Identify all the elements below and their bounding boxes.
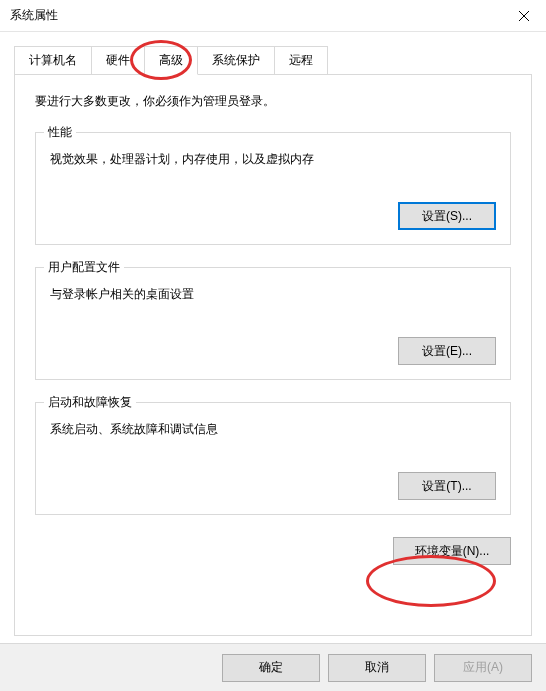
group-performance-desc: 视觉效果，处理器计划，内存使用，以及虚拟内存 <box>50 151 496 168</box>
group-profiles: 用户配置文件 与登录帐户相关的桌面设置 设置(E)... <box>35 267 511 380</box>
close-button[interactable] <box>501 0 546 32</box>
tab-strip: 计算机名 硬件 高级 系统保护 远程 <box>14 46 532 74</box>
dialog-body: 计算机名 硬件 高级 系统保护 远程 要进行大多数更改，你必须作为管理员登录。 … <box>0 32 546 636</box>
tab-advanced[interactable]: 高级 <box>144 46 198 75</box>
window-title: 系统属性 <box>10 7 58 24</box>
group-startup-buttons: 设置(T)... <box>50 472 496 500</box>
tab-hardware[interactable]: 硬件 <box>91 46 145 74</box>
performance-settings-button[interactable]: 设置(S)... <box>398 202 496 230</box>
env-vars-row: 环境变量(N)... <box>35 537 511 565</box>
startup-settings-button[interactable]: 设置(T)... <box>398 472 496 500</box>
ok-button[interactable]: 确定 <box>222 654 320 682</box>
tab-computer-name[interactable]: 计算机名 <box>14 46 92 74</box>
advanced-panel: 要进行大多数更改，你必须作为管理员登录。 性能 视觉效果，处理器计划，内存使用，… <box>14 74 532 636</box>
profiles-settings-button[interactable]: 设置(E)... <box>398 337 496 365</box>
group-profiles-buttons: 设置(E)... <box>50 337 496 365</box>
tab-system-protection[interactable]: 系统保护 <box>197 46 275 74</box>
group-performance-buttons: 设置(S)... <box>50 202 496 230</box>
group-profiles-title: 用户配置文件 <box>44 259 124 276</box>
intro-text: 要进行大多数更改，你必须作为管理员登录。 <box>35 93 511 110</box>
group-profiles-desc: 与登录帐户相关的桌面设置 <box>50 286 496 303</box>
group-startup-desc: 系统启动、系统故障和调试信息 <box>50 421 496 438</box>
cancel-button[interactable]: 取消 <box>328 654 426 682</box>
group-startup-title: 启动和故障恢复 <box>44 394 136 411</box>
group-performance-title: 性能 <box>44 124 76 141</box>
group-performance: 性能 视觉效果，处理器计划，内存使用，以及虚拟内存 设置(S)... <box>35 132 511 245</box>
group-startup: 启动和故障恢复 系统启动、系统故障和调试信息 设置(T)... <box>35 402 511 515</box>
titlebar: 系统属性 <box>0 0 546 32</box>
environment-variables-button[interactable]: 环境变量(N)... <box>393 537 511 565</box>
apply-button[interactable]: 应用(A) <box>434 654 532 682</box>
dialog-button-bar: 确定 取消 应用(A) <box>0 643 546 691</box>
tab-remote[interactable]: 远程 <box>274 46 328 74</box>
close-icon <box>519 11 529 21</box>
